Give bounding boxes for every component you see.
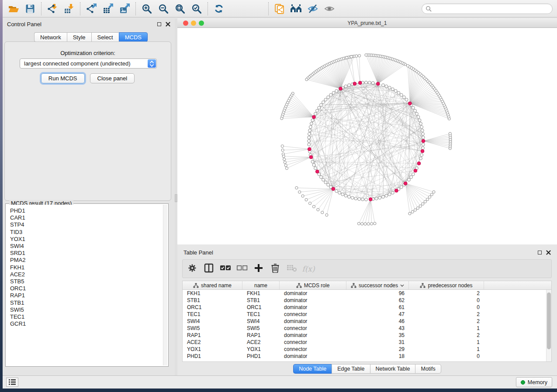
mcds-result-item[interactable]: SWI4 xyxy=(10,243,163,250)
table-row[interactable]: RAP1RAP1dominator352 xyxy=(183,332,551,339)
mcds-result-item[interactable]: STB1 xyxy=(10,299,163,306)
cell-shared-name[interactable]: FKH1 xyxy=(183,290,242,296)
cell-successor-nodes[interactable]: 18 xyxy=(346,353,409,359)
close-panel-icon[interactable] xyxy=(546,250,551,255)
cell-name[interactable]: ORC1 xyxy=(242,304,280,310)
table-row[interactable]: PHD1PHD1dominator180 xyxy=(183,353,551,360)
table-scrollbar[interactable] xyxy=(546,290,551,361)
zoom-selected-button[interactable] xyxy=(188,1,205,16)
cell-name[interactable]: FKH1 xyxy=(242,290,280,296)
cell-successor-nodes[interactable]: 31 xyxy=(346,339,409,345)
cell-predecessor-nodes[interactable]: 2 xyxy=(409,290,484,296)
zoom-out-button[interactable] xyxy=(155,1,172,16)
table-row[interactable]: SWI4SWI4dominator462 xyxy=(183,318,551,325)
cell-predecessor-nodes[interactable]: 0 xyxy=(409,353,484,359)
cell-predecessor-nodes[interactable]: 0 xyxy=(409,304,484,310)
export-image-button[interactable] xyxy=(116,1,133,16)
cell-MCDS-role[interactable]: dominator xyxy=(280,297,346,303)
save-session-button[interactable] xyxy=(22,1,38,16)
search-box[interactable] xyxy=(422,3,553,14)
zoom-window-traffic-light[interactable] xyxy=(199,21,204,26)
cell-predecessor-nodes[interactable]: 0 xyxy=(409,297,484,303)
tab-select[interactable]: Select xyxy=(91,32,119,42)
zoom-fit-button[interactable] xyxy=(172,1,188,16)
mcds-result-item[interactable]: FKH1 xyxy=(10,264,163,271)
cell-shared-name[interactable]: ACE2 xyxy=(183,339,242,345)
cell-name[interactable]: TEC1 xyxy=(242,311,280,317)
deselect-all-button[interactable] xyxy=(236,262,248,275)
cell-successor-nodes[interactable]: 61 xyxy=(346,304,409,310)
cell-predecessor-nodes[interactable]: 2 xyxy=(409,311,484,317)
mcds-result-scrollbar[interactable] xyxy=(163,205,167,365)
delete-column-button[interactable] xyxy=(269,262,281,275)
cell-name[interactable]: YOX1 xyxy=(242,346,280,352)
cell-successor-nodes[interactable]: 47 xyxy=(346,311,409,317)
cell-shared-name[interactable]: TEC1 xyxy=(183,311,242,317)
cell-MCDS-role[interactable]: dominator xyxy=(280,290,346,296)
minimize-window-traffic-light[interactable] xyxy=(191,21,196,26)
run-mcds-button[interactable]: Run MCDS xyxy=(41,73,85,83)
import-table-button[interactable] xyxy=(61,1,77,16)
tab-network-table[interactable]: Network Table xyxy=(370,364,415,374)
tab-style[interactable]: Style xyxy=(67,32,91,42)
cell-MCDS-role[interactable]: dominator xyxy=(280,332,346,338)
refresh-button[interactable] xyxy=(211,1,227,16)
mcds-result-list[interactable]: PHD1CAR1STP4TID3YOX1SWI4SRD1PMA2FKH1ACE2… xyxy=(7,205,163,365)
tab-mcds[interactable]: MCDS xyxy=(119,32,148,42)
mcds-result-item[interactable]: YOX1 xyxy=(10,236,163,243)
cell-predecessor-nodes[interactable]: 2 xyxy=(409,318,484,324)
cell-shared-name[interactable]: RAP1 xyxy=(183,332,242,338)
cell-predecessor-nodes[interactable]: 1 xyxy=(409,339,484,345)
open-file-button[interactable] xyxy=(5,1,22,16)
cell-name[interactable]: SWI5 xyxy=(242,325,280,331)
cell-successor-nodes[interactable]: 35 xyxy=(346,332,409,338)
cell-predecessor-nodes[interactable]: 2 xyxy=(409,332,484,338)
table-scrollbar-thumb[interactable] xyxy=(547,292,551,349)
export-table-button[interactable] xyxy=(100,1,116,16)
import-network-button[interactable] xyxy=(44,1,61,16)
zoom-in-button[interactable] xyxy=(138,1,155,16)
network-window-titlebar[interactable]: YPA_prune.txt_1 xyxy=(177,18,557,28)
cell-shared-name[interactable]: YOX1 xyxy=(183,346,242,352)
show-columns-button[interactable] xyxy=(203,262,215,275)
cell-MCDS-role[interactable]: connector xyxy=(280,339,346,345)
column-header-name[interactable]: name xyxy=(242,281,280,289)
cell-shared-name[interactable]: STB1 xyxy=(183,297,242,303)
close-window-traffic-light[interactable] xyxy=(183,21,188,26)
mcds-result-item[interactable]: GCR1 xyxy=(10,320,163,327)
cell-name[interactable]: ACE2 xyxy=(242,339,280,345)
cell-MCDS-role[interactable]: connector xyxy=(280,311,346,317)
memory-button[interactable]: Memory xyxy=(516,377,552,387)
cell-MCDS-role[interactable]: connector xyxy=(280,346,346,352)
float-panel-icon[interactable] xyxy=(157,22,161,26)
table-row[interactable]: TEC1TEC1connector472 xyxy=(183,311,551,318)
cell-successor-nodes[interactable]: 29 xyxy=(346,346,409,352)
cell-predecessor-nodes[interactable]: 1 xyxy=(409,346,484,352)
cell-name[interactable]: RAP1 xyxy=(242,332,280,338)
table-row[interactable]: STB1STB1dominator620 xyxy=(183,297,551,304)
tab-motifs[interactable]: Motifs xyxy=(415,364,441,374)
cell-shared-name[interactable]: SWI4 xyxy=(183,318,242,324)
cell-name[interactable]: PHD1 xyxy=(242,353,280,359)
cell-successor-nodes[interactable]: 43 xyxy=(346,325,409,331)
table-row[interactable]: ORC1ORC1dominator610 xyxy=(183,304,551,311)
float-panel-icon[interactable] xyxy=(538,251,542,254)
hide-selected-button[interactable] xyxy=(304,1,321,16)
cell-MCDS-role[interactable]: dominator xyxy=(280,304,346,310)
cell-shared-name[interactable]: ORC1 xyxy=(183,304,242,310)
mcds-result-item[interactable]: PMA2 xyxy=(10,257,163,264)
close-panel-icon[interactable] xyxy=(166,22,170,27)
cell-name[interactable]: SWI4 xyxy=(242,318,280,324)
first-neighbors-button[interactable] xyxy=(288,1,304,16)
cell-shared-name[interactable]: PHD1 xyxy=(183,353,242,359)
tab-edge-table[interactable]: Edge Table xyxy=(332,364,370,374)
cell-shared-name[interactable]: SWI5 xyxy=(183,325,242,331)
cell-successor-nodes[interactable]: 46 xyxy=(346,318,409,324)
new-network-from-selection-button[interactable] xyxy=(271,1,288,16)
column-header-predecessor-nodes[interactable]: predecessor nodes xyxy=(409,281,484,289)
network-canvas[interactable] xyxy=(177,28,557,244)
cell-successor-nodes[interactable]: 96 xyxy=(346,290,409,296)
add-column-button[interactable] xyxy=(253,262,265,275)
mcds-result-item[interactable]: RAP1 xyxy=(10,292,163,299)
cell-MCDS-role[interactable]: dominator xyxy=(280,318,346,324)
